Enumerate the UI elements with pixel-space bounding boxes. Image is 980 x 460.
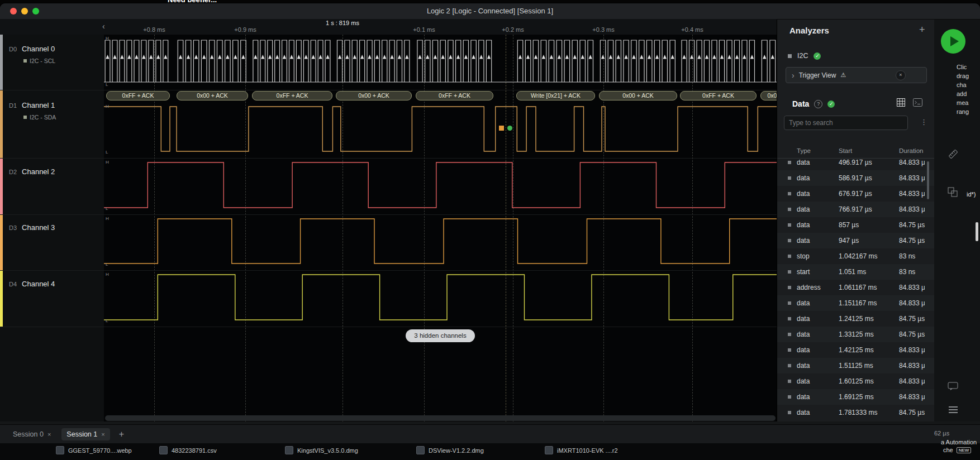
column-header-duration[interactable]: Duration xyxy=(899,147,923,154)
data-table-row[interactable]: data766.917 µs84.833 µs xyxy=(777,202,935,217)
desktop-file[interactable]: KingstVIS_v3.5.0.dmg xyxy=(285,446,358,454)
timeline-offset-label: +0.1 ms xyxy=(413,26,435,33)
channel-label-d0[interactable]: D0Channel 0I2C - SCL xyxy=(9,44,102,64)
channel-label-d1[interactable]: D1Channel 1I2C - SDA xyxy=(9,100,102,121)
channel-color-strip xyxy=(0,214,3,270)
row-divider xyxy=(0,158,104,159)
data-table-row[interactable]: data586.917 µs84.833 µs xyxy=(777,170,935,186)
close-tab-icon[interactable]: × xyxy=(101,431,104,438)
analyzer-item-i2c[interactable]: I2C ✓ xyxy=(788,52,821,60)
channel-label-d3[interactable]: D3Channel 3 xyxy=(9,222,102,232)
stop-marker-icon[interactable] xyxy=(499,126,504,131)
channel-4-waveform[interactable] xyxy=(104,270,777,327)
channel-index: D3 xyxy=(9,224,17,231)
data-table-row[interactable]: data1.33125 ms84.75 µs xyxy=(777,327,935,342)
close-window-button[interactable] xyxy=(10,8,17,15)
waveform-area[interactable]: 0xFF + ACK0x00 + ACK0xFF + ACK0x00 + ACK… xyxy=(104,35,777,421)
data-table-row[interactable]: data947 µs84.75 µs xyxy=(777,233,935,248)
channel-index: D1 xyxy=(9,102,17,109)
data-table-row[interactable]: data1.69125 ms84.833 µs xyxy=(777,389,935,405)
kebab-menu-icon[interactable]: ⋮ xyxy=(920,118,927,126)
session-tab[interactable]: Session 0× xyxy=(8,428,56,440)
i2c-decode-bubble[interactable]: 0xFF + ACK xyxy=(680,91,757,100)
channel-3-waveform[interactable] xyxy=(104,214,777,270)
desktop-file[interactable]: DSView-V1.2.2.dmg xyxy=(416,446,484,454)
search-input[interactable] xyxy=(784,116,908,130)
channel-index: D4 xyxy=(9,281,17,288)
channel-0-waveform[interactable] xyxy=(104,36,777,89)
row-start: 1.51125 ms xyxy=(839,358,873,373)
terminal-view-icon[interactable] xyxy=(913,98,922,107)
table-scrollbar[interactable] xyxy=(927,161,929,199)
channel-analyzer-row: I2C - SDA xyxy=(23,114,102,121)
data-table-row[interactable]: data1.51125 ms84.833 µs xyxy=(777,358,935,373)
horizontal-scrollbar[interactable] xyxy=(105,415,776,421)
i2c-decode-bubble[interactable]: 0xFF + ACK xyxy=(252,91,332,100)
trigger-view-row[interactable]: › Trigger View ⚠ × xyxy=(786,67,927,83)
close-tab-icon[interactable]: × xyxy=(47,431,51,438)
table-view-icon[interactable] xyxy=(897,98,905,107)
add-session-button[interactable]: + xyxy=(116,429,127,439)
timeline-offset-label: +0.3 ms xyxy=(592,26,614,33)
data-table-row[interactable]: data1.42125 ms84.833 µs xyxy=(777,342,935,358)
analyzers-title: Analyzers xyxy=(789,26,829,35)
timeline-ruler[interactable]: ‹ 1 s : 819 ms +0.8 ms+0.9 ms+0.1 ms+0.2… xyxy=(0,19,777,35)
collapse-panel-icon[interactable]: ‹ xyxy=(102,22,105,30)
channel-2-waveform[interactable] xyxy=(104,158,777,214)
add-analyzer-button[interactable]: + xyxy=(919,24,925,36)
i2c-decode-bubble[interactable]: 0xFF + ACK xyxy=(106,91,170,100)
run-capture-button[interactable] xyxy=(941,29,965,54)
i2c-decode-bubble[interactable]: 0x00 + ACK xyxy=(336,91,412,100)
edge-scrollbar[interactable] xyxy=(976,222,978,241)
data-table-row[interactable]: data496.917 µs84.833 µs xyxy=(777,159,935,170)
row-duration: 84.833 µs xyxy=(899,186,925,202)
i2c-decode-bubble[interactable]: 0x00 + ACK xyxy=(599,91,677,100)
minimize-window-button[interactable] xyxy=(21,8,28,15)
help-icon[interactable]: ? xyxy=(814,100,822,108)
desktop-file[interactable]: GGEST_59770....webp xyxy=(56,446,132,454)
feedback-chat-icon[interactable] xyxy=(948,382,958,391)
data-table-row[interactable]: data1.781333 ms84.75 µs xyxy=(777,405,935,420)
data-table-row[interactable]: data1.60125 ms84.833 µs xyxy=(777,373,935,389)
row-duration: 84.833 µs xyxy=(899,373,925,389)
i2c-decode-bubble[interactable]: Write [0x21] + ACK xyxy=(516,91,595,100)
desktop-file[interactable]: iMXRT1010-EVK ....r2 xyxy=(545,446,618,454)
row-type: data xyxy=(797,311,810,327)
i2c-decode-bubble[interactable]: 0xFF + ACK xyxy=(416,91,493,100)
channel-color-strip xyxy=(0,35,3,90)
main-menu-icon[interactable] xyxy=(949,406,958,415)
start-marker-icon[interactable] xyxy=(507,126,512,131)
row-bullet-icon xyxy=(788,301,791,305)
data-table-row[interactable]: start1.051 ms83 ns xyxy=(777,264,935,280)
desktop-file[interactable]: 4832238791.csv xyxy=(159,446,217,454)
analyzer-bullet-icon xyxy=(23,116,27,119)
data-table-row[interactable]: address1.061167 ms84.833 µs xyxy=(777,280,935,295)
data-table-row[interactable]: data1.151167 ms84.833 µs xyxy=(777,295,935,311)
status-bar: Session 0×Session 1×+ 62 µs xyxy=(0,424,980,444)
channel-1-waveform[interactable] xyxy=(104,102,777,158)
i2c-decode-bubble[interactable]: 0x0 xyxy=(760,91,777,100)
i2c-decode-bubble[interactable]: 0x00 + ACK xyxy=(177,91,248,100)
data-table-row[interactable]: data1.24125 ms84.75 µs xyxy=(777,311,935,327)
data-table-row[interactable]: data676.917 µs84.833 µs xyxy=(777,186,935,202)
data-table-row[interactable]: stop1.042167 ms83 ns xyxy=(777,248,935,264)
session-tab[interactable]: Session 1× xyxy=(61,428,110,440)
row-type: data xyxy=(797,170,810,186)
channel-label-d4[interactable]: D4Channel 4 xyxy=(9,279,102,289)
hidden-channels-button[interactable]: 3 hidden channels xyxy=(406,329,475,342)
data-table-row[interactable]: data857 µs84.75 µs xyxy=(777,217,935,233)
channel-name: Channel 3 xyxy=(22,223,55,232)
file-icon xyxy=(56,446,64,454)
zoom-window-button[interactable] xyxy=(32,8,39,15)
row-divider xyxy=(0,214,104,215)
column-header-type[interactable]: Type xyxy=(797,147,811,154)
channel-label-d2[interactable]: D2Channel 2 xyxy=(9,166,102,176)
measure-ruler-icon[interactable] xyxy=(948,148,959,160)
data-section-header: Data ? ✓ xyxy=(792,99,835,108)
row-type: data xyxy=(797,405,810,420)
layout-panels-icon[interactable] xyxy=(948,187,958,197)
close-trigger-view-button[interactable]: × xyxy=(896,70,906,80)
chevron-right-icon[interactable]: › xyxy=(792,71,795,80)
column-header-start[interactable]: Start xyxy=(839,147,852,154)
high-level-label: H xyxy=(106,217,109,221)
